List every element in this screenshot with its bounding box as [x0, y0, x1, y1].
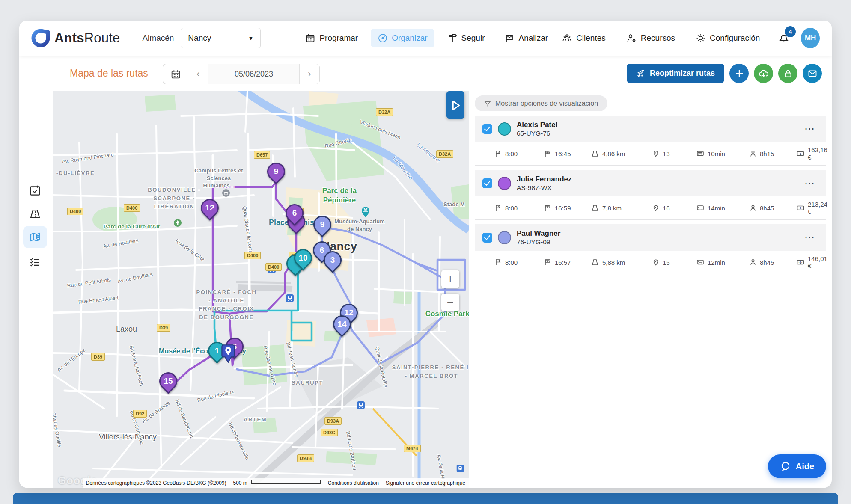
driver-name: Alexis Patel — [517, 120, 557, 129]
map-label: Parc de la Cure d'Air — [100, 223, 164, 231]
play-arrow-icon — [448, 98, 463, 112]
tab-organizar[interactable]: Organizar — [371, 29, 434, 47]
driver-menu-kebab[interactable]: ⋯ — [804, 177, 815, 189]
driver-menu-kebab[interactable]: ⋯ — [804, 231, 815, 243]
driver-checkbox[interactable] — [482, 233, 492, 243]
notification-badge: 4 — [785, 26, 796, 37]
funnel-icon — [484, 100, 491, 107]
map-canvas[interactable]: -DU-LIÈVREAv. Raymond PinchardBOUDONVILL… — [53, 91, 469, 488]
flag-chart-icon — [504, 33, 515, 43]
date-value[interactable]: 05/06/2023 — [208, 64, 300, 84]
tab-configuracion[interactable]: Configuración — [689, 29, 767, 47]
chat-bubble-icon — [780, 461, 791, 472]
svg-text:·1·: ·1· — [798, 152, 802, 156]
report-error-link[interactable]: Signaler une erreur cartographique — [382, 478, 469, 488]
driver-card-header[interactable]: Alexis Patel 65-UYG-76 ⋯ — [475, 116, 826, 142]
stat-pin: 16 — [652, 204, 696, 212]
antsroute-logo-icon — [31, 29, 50, 47]
left-sidebar — [19, 91, 53, 488]
panel-expand-tab[interactable] — [446, 91, 464, 119]
tab-programar[interactable]: Programar — [298, 29, 365, 47]
app-window: AntsRoute Almacén Nancy ▼ Programar — [19, 21, 832, 488]
map-label: Parc de la Pépinière — [311, 186, 368, 205]
driver-stats-row: 8:0016:597,8 km1614min8h45·1·213,24 € — [475, 196, 826, 219]
driver-card-header[interactable]: Paul Wagner 76-UYG-09 ⋯ — [475, 224, 826, 251]
vehicle-plate: 76-UYG-09 — [517, 238, 560, 246]
road-badge: D93C — [321, 429, 338, 436]
top-nav: AntsRoute Almacén Nancy ▼ Programar — [19, 21, 832, 56]
road-icon — [29, 208, 42, 220]
stat-person: 8h45 — [749, 258, 796, 266]
stat-road: 7,8 km — [591, 204, 652, 212]
map-label: SAURUPT — [292, 379, 323, 387]
map-zoom-in-button[interactable]: + — [441, 270, 459, 288]
send-email-button[interactable] — [803, 64, 822, 83]
sidebar-item-tasks[interactable] — [23, 251, 47, 273]
road-badge: D39 — [91, 353, 105, 361]
driver-menu-kebab[interactable]: ⋯ — [804, 123, 815, 135]
help-button[interactable]: Aide — [768, 454, 826, 478]
toolbar-actions: Reoptimizar rutas — [627, 64, 822, 83]
map-zoom-out-button[interactable]: − — [441, 294, 459, 311]
driver-checkbox[interactable] — [482, 178, 492, 188]
stat-flag: 8:00 — [494, 150, 544, 157]
sidebar-item-map[interactable] — [23, 226, 47, 248]
stat-finish: 16:45 — [544, 150, 591, 157]
stat-road: 5,88 km — [591, 258, 652, 266]
driver-name: Paul Wagner — [517, 229, 560, 238]
stat-money: ·1·213,24 € — [796, 201, 827, 215]
stat-finish: 16:57 — [544, 258, 591, 266]
map-label: ARTEM — [244, 415, 267, 424]
road-badge: D92 — [133, 410, 147, 418]
display-options-button[interactable]: Mostrar opciones de visualización — [475, 95, 607, 111]
road-badge: D400 — [265, 263, 282, 271]
driver-card-header[interactable]: Julia Fernandez AS-987-WX ⋯ — [475, 170, 826, 196]
calendar-button[interactable] — [163, 64, 188, 84]
map-label: Muséum-Aquarium de Nancy — [333, 218, 386, 233]
notifications-button[interactable]: 4 — [778, 31, 790, 45]
date-prev-button[interactable]: ‹ — [188, 64, 208, 84]
stat-finish: 16:59 — [544, 204, 591, 212]
user-avatar[interactable]: MH — [801, 28, 820, 48]
school-poi-icon — [221, 188, 231, 199]
add-route-button[interactable] — [729, 64, 749, 83]
map-pin-icon — [29, 231, 42, 243]
rocket-icon — [636, 69, 646, 78]
signpost-icon — [447, 33, 458, 43]
cloud-download-icon — [758, 68, 769, 79]
scale-bar — [251, 480, 321, 484]
map-scale: 500 m — [229, 478, 324, 488]
stat-money: ·1·146,01 € — [796, 255, 827, 270]
tab-clientes[interactable]: Clientes — [555, 29, 613, 47]
road-badge: D93B — [297, 454, 314, 462]
terms-link[interactable]: Conditions d'utilisation — [324, 478, 382, 488]
map-label: Laxou — [116, 325, 137, 334]
reoptimize-button[interactable]: Reoptimizar rutas — [627, 64, 724, 83]
road-badge: D400 — [244, 252, 261, 259]
sidebar-item-routes[interactable] — [23, 203, 47, 225]
date-next-button[interactable]: › — [300, 64, 319, 84]
logo[interactable]: AntsRoute — [31, 29, 120, 47]
stat-road: 4,86 km — [591, 150, 652, 157]
warehouse-select[interactable]: Nancy ▼ — [181, 28, 261, 48]
tab-analizar[interactable]: Analizar — [497, 29, 555, 47]
envelope-icon — [807, 68, 818, 79]
person-gear-icon — [626, 33, 637, 43]
background-window-bar — [13, 493, 838, 504]
driver-card: Alexis Patel 65-UYG-76 ⋯ 8:0016:454,86 k… — [475, 116, 826, 166]
map-attribution: Données cartographiques ©2023 GeoBasis-D… — [83, 478, 230, 488]
tab-recursos[interactable]: Recursos — [619, 29, 682, 47]
driver-card: Paul Wagner 76-UYG-09 ⋯ 8:0016:575,88 km… — [475, 224, 826, 274]
secondary-nav: Clientes Recursos Configuración — [555, 29, 767, 47]
road-badge: D657 — [254, 151, 270, 159]
export-download-button[interactable] — [754, 64, 773, 83]
date-picker: ‹ 05/06/2023 › — [163, 64, 320, 84]
sidebar-item-planning[interactable] — [23, 179, 47, 202]
driver-checkbox[interactable] — [482, 124, 492, 134]
road-badge: D400 — [124, 204, 140, 212]
tab-seguir[interactable]: Seguir — [440, 29, 492, 47]
driver-color-avatar — [498, 122, 511, 136]
lock-routes-button[interactable] — [778, 64, 797, 83]
main-nav: Programar Organizar Seguir — [298, 29, 555, 47]
stat-person: 8h15 — [749, 150, 796, 157]
